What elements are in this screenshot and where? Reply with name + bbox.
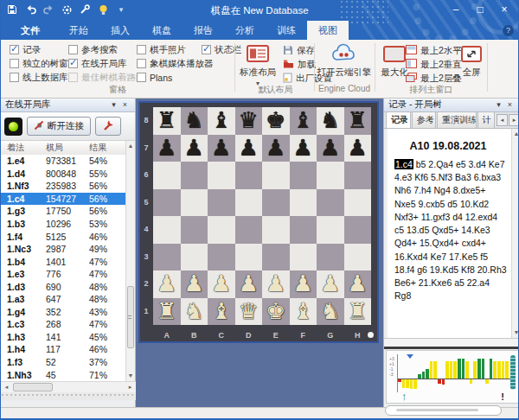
square-h5[interactable]	[344, 189, 372, 217]
square-a5[interactable]	[153, 189, 181, 217]
tab-file[interactable]: 文件	[8, 21, 53, 40]
tab-插入[interactable]: 插入	[99, 21, 141, 40]
save-icon[interactable]	[6, 3, 18, 16]
square-a1[interactable]: ♜	[153, 298, 181, 326]
square-e1[interactable]: ♚	[262, 298, 290, 326]
panel-menu-icon[interactable]: ▾	[493, 100, 504, 109]
tab-scroll-right-icon[interactable]: ▸	[509, 114, 519, 126]
square-d2[interactable]: ♟	[235, 270, 263, 298]
opening-row[interactable]: 1.d480084855%	[1, 168, 126, 181]
square-f1[interactable]: ♝	[290, 298, 317, 326]
square-b1[interactable]: ♞	[181, 298, 208, 326]
square-d5[interactable]	[235, 189, 263, 217]
square-f6[interactable]	[290, 162, 317, 189]
square-a6[interactable]	[153, 162, 181, 189]
checkbox-在线开局库[interactable]: 在线开局库	[68, 57, 127, 70]
connection-status-led[interactable]	[4, 118, 22, 136]
opening-row[interactable]: 1.c415472756%	[1, 193, 126, 206]
square-f7[interactable]: ♟	[290, 135, 317, 162]
maximize-button[interactable]: □	[468, 1, 492, 18]
square-h6[interactable]	[344, 162, 372, 189]
scroll-right-icon[interactable]: ▸	[125, 382, 136, 392]
scroll-up-icon[interactable]: ▲	[126, 141, 135, 151]
square-c1[interactable]: ♝	[208, 298, 235, 326]
opening-row[interactable]: 1.g435243%	[1, 306, 126, 319]
opening-row[interactable]: 1.h411746%	[1, 343, 126, 356]
square-b6[interactable]	[181, 162, 208, 189]
moves-text[interactable]: b5 2.Qa4 e5 3.d4 Ke7 4.e3 Kf6 5.Nf3 Ba3 …	[394, 159, 507, 301]
minimize-button[interactable]: –	[444, 1, 468, 18]
square-h3[interactable]	[344, 244, 372, 271]
opening-row[interactable]: 1.b4140147%	[1, 255, 126, 268]
square-a8[interactable]: ♜	[153, 107, 181, 135]
scroll-left-icon[interactable]: ◂	[1, 382, 12, 392]
square-g3[interactable]	[317, 244, 344, 271]
square-b5[interactable]	[181, 189, 208, 217]
opening-row[interactable]: 1.Nc3298749%	[1, 243, 126, 256]
opening-row[interactable]: 1.f35237%	[1, 356, 126, 369]
square-f3[interactable]	[290, 244, 317, 271]
square-c4[interactable]	[208, 216, 235, 244]
top2-cascade-button[interactable]: 最上2层叠	[406, 72, 462, 85]
settings-gear-icon[interactable]	[61, 3, 73, 16]
opening-row[interactable]: 1.g31775056%	[1, 205, 126, 218]
square-a4[interactable]	[153, 216, 181, 244]
square-e8[interactable]: ♚	[262, 107, 290, 135]
square-e6[interactable]	[262, 162, 290, 189]
notation-tab-记录[interactable]: 记录	[386, 111, 411, 128]
move-list[interactable]: 1.c4 b5 2.Qa4 e5 3.d4 Ke7 4.e3 Kf6 5.Nf3…	[388, 158, 519, 302]
square-c6[interactable]	[208, 162, 235, 189]
square-e5[interactable]	[262, 189, 290, 217]
current-move[interactable]: 1.c4	[394, 159, 413, 169]
square-f5[interactable]	[290, 189, 317, 217]
square-d8[interactable]: ♛	[235, 107, 263, 135]
scrollbar-thumb[interactable]	[13, 383, 53, 391]
close-button[interactable]: ×	[492, 1, 516, 18]
opening-row[interactable]: 1.b31029653%	[1, 218, 126, 231]
notation-tab-重演训练[interactable]: 重演训练	[437, 111, 476, 128]
tab-视图[interactable]: 视图	[307, 21, 349, 40]
fullscreen-button[interactable]: 全屏	[458, 42, 485, 94]
square-c2[interactable]: ♟	[208, 270, 235, 298]
book-settings-button[interactable]	[95, 117, 121, 136]
square-c7[interactable]: ♟	[208, 135, 235, 162]
col-move[interactable]: 着法	[1, 142, 46, 154]
bottom-scrollbar[interactable]	[385, 405, 502, 416]
square-e3[interactable]	[262, 244, 290, 271]
square-f8[interactable]: ♝	[290, 107, 317, 135]
square-c5[interactable]	[208, 189, 235, 217]
square-b2[interactable]: ♟	[181, 270, 208, 298]
col-result[interactable]: 结果	[89, 142, 106, 154]
square-a2[interactable]: ♟	[153, 270, 181, 298]
col-games[interactable]: 棋局	[46, 142, 89, 154]
square-b8[interactable]: ♞	[181, 107, 208, 135]
square-e2[interactable]: ♟	[262, 270, 290, 298]
square-b3[interactable]	[181, 244, 208, 271]
square-e7[interactable]: ♟	[262, 135, 290, 162]
opening-row[interactable]: 1.e497338154%	[1, 155, 126, 168]
panel-menu-icon[interactable]: ▾	[108, 100, 119, 109]
opening-row[interactable]: 1.a364748%	[1, 293, 126, 306]
square-d4[interactable]	[235, 216, 263, 244]
scroll-down-icon[interactable]: ▼	[512, 328, 519, 338]
tab-训练[interactable]: 训练	[266, 21, 307, 40]
disconnect-button[interactable]: 断开连接	[27, 117, 91, 136]
tab-分析[interactable]: 分析	[224, 21, 266, 40]
square-c3[interactable]	[208, 244, 235, 271]
square-h4[interactable]	[344, 216, 372, 244]
square-g2[interactable]: ♟	[317, 270, 344, 298]
square-c8[interactable]: ♝	[208, 107, 235, 135]
scroll-down-icon[interactable]: ▼	[126, 371, 135, 381]
opening-row[interactable]: 1.Nh34571%	[1, 368, 126, 381]
checkbox-棋手照片[interactable]: 棋手照片	[137, 43, 186, 56]
square-h8[interactable]: ♜	[344, 107, 372, 135]
lightbulb-icon[interactable]	[97, 3, 109, 16]
checkbox-象棋媒体播放器[interactable]: 象棋媒体播放器	[137, 57, 214, 70]
square-g8[interactable]: ♞	[317, 107, 344, 135]
notation-scrollbar[interactable]: ▲ ▼	[511, 129, 519, 338]
panel-close-icon[interactable]: ×	[119, 100, 131, 109]
save-layout-button[interactable]: 保存	[283, 44, 315, 57]
square-f4[interactable]	[290, 216, 317, 244]
square-h1[interactable]: ♜	[344, 298, 372, 326]
load-layout-button[interactable]: 加载	[283, 58, 316, 71]
